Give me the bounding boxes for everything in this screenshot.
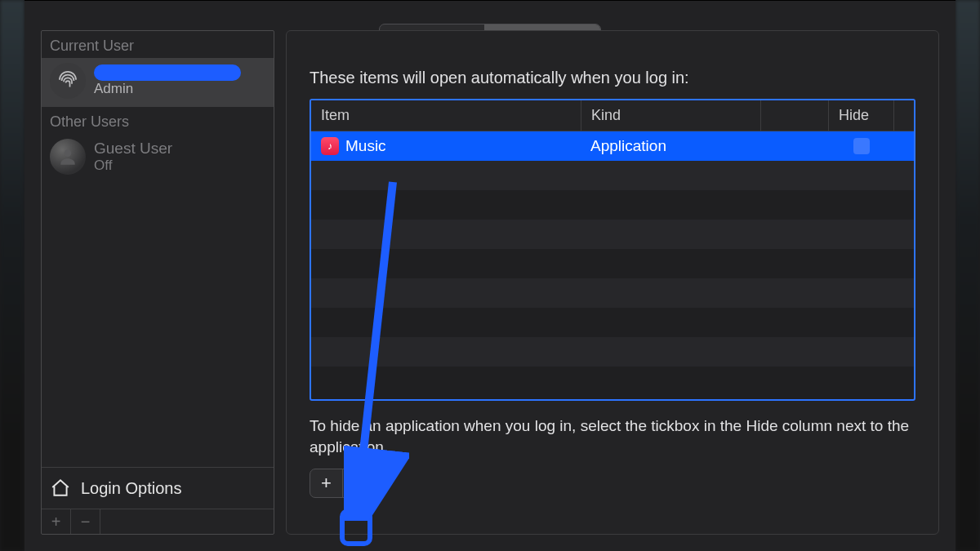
column-header-tail [893, 100, 914, 131]
table-body: ♪ Music Application [311, 131, 914, 399]
table-row-empty [311, 190, 914, 220]
table-row-empty [311, 337, 914, 367]
cell-hide [829, 138, 894, 154]
table-row-empty [311, 278, 914, 308]
add-user-button[interactable]: + [42, 509, 71, 534]
users-sidebar: Current User Admin Other Users [41, 30, 274, 535]
add-login-item-button[interactable]: + [310, 469, 343, 497]
current-user-role: Admin [94, 81, 241, 97]
users-groups-window: Password Login Items Current User Admin … [24, 0, 956, 551]
remove-login-item-button[interactable]: − [343, 469, 376, 497]
column-header-spacer [760, 100, 828, 131]
cell-item: ♪ Music [311, 137, 581, 155]
home-icon [50, 478, 71, 499]
current-user-name-redacted [94, 64, 241, 81]
guest-user-text: Guest User Off [94, 140, 172, 173]
current-user-text: Admin [94, 64, 241, 97]
item-name: Music [345, 137, 386, 155]
other-users-section-label: Other Users [42, 107, 274, 134]
desktop-background-left [0, 0, 24, 551]
remove-user-button[interactable]: − [71, 509, 100, 534]
table-row[interactable]: ♪ Music Application [311, 131, 914, 161]
music-app-icon: ♪ [321, 137, 339, 155]
desktop-background-right [956, 0, 980, 551]
guest-user-status: Off [94, 158, 172, 174]
svg-point-0 [65, 149, 72, 157]
sidebar-item-guest-user[interactable]: Guest User Off [42, 134, 274, 183]
login-options-label: Login Options [81, 479, 181, 498]
login-items-table: Item Kind Hide ♪ Music Application [310, 99, 915, 401]
login-items-heading: These items will open automatically when… [310, 69, 915, 87]
fingerprint-icon [50, 63, 86, 99]
guest-user-name: Guest User [94, 140, 172, 158]
login-items-add-remove-bar: + − [310, 469, 376, 498]
hide-checkbox[interactable] [853, 138, 870, 154]
table-row-empty [311, 161, 914, 190]
sidebar-item-current-user[interactable]: Admin [42, 58, 274, 107]
column-header-kind[interactable]: Kind [581, 100, 760, 131]
cell-kind: Application [581, 137, 760, 155]
login-items-panel: These items will open automatically when… [286, 30, 939, 535]
table-row-empty [311, 308, 914, 337]
table-header: Item Kind Hide [311, 100, 914, 131]
sidebar-add-remove-bar: + − [42, 509, 274, 534]
login-options-button[interactable]: Login Options [42, 467, 274, 509]
table-row-empty [311, 367, 914, 396]
table-row-empty [311, 220, 914, 249]
table-row-empty [311, 249, 914, 278]
annotation-highlight-ring [340, 509, 372, 546]
column-header-hide[interactable]: Hide [828, 100, 893, 131]
column-header-item[interactable]: Item [311, 100, 581, 131]
hide-hint-text: To hide an application when you log in, … [310, 415, 915, 457]
guest-avatar-icon [50, 139, 86, 175]
